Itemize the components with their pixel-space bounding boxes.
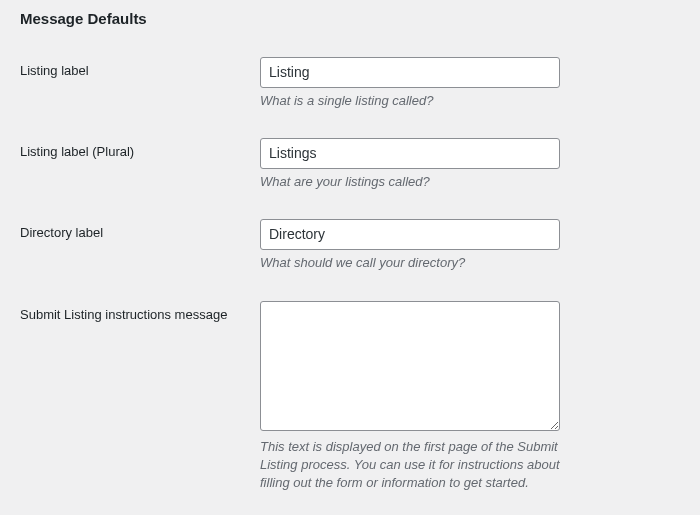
submit-instructions-description: This text is displayed on the first page… [260,438,580,493]
directory-label-label: Directory label [20,211,260,292]
field-row-listing-label: Listing label What is a single listing c… [20,49,680,130]
listing-label-plural-description: What are your listings called? [260,173,580,191]
directory-label-input[interactable] [260,219,560,250]
settings-form-table: Listing label What is a single listing c… [20,49,680,512]
page-title: Message Defaults [20,10,680,27]
listing-label-input[interactable] [260,57,560,88]
submit-instructions-label: Submit Listing instructions message [20,293,260,513]
listing-label-plural-input[interactable] [260,138,560,169]
listing-label-plural-label: Listing label (Plural) [20,130,260,211]
field-row-submit-instructions: Submit Listing instructions message This… [20,293,680,513]
directory-label-description: What should we call your directory? [260,254,580,272]
field-row-directory-label: Directory label What should we call your… [20,211,680,292]
listing-label-label: Listing label [20,49,260,130]
submit-instructions-textarea[interactable] [260,301,560,431]
field-row-listing-label-plural: Listing label (Plural) What are your lis… [20,130,680,211]
listing-label-description: What is a single listing called? [260,92,580,110]
